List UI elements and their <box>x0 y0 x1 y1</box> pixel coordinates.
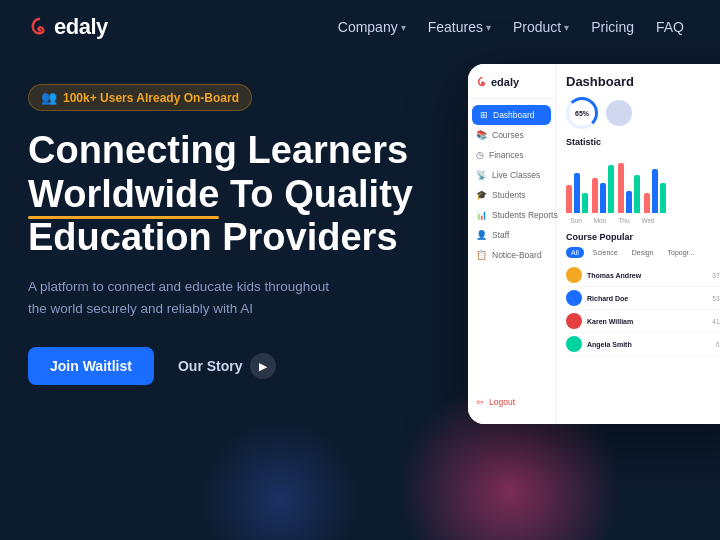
nav-company[interactable]: Company ▾ <box>330 15 414 39</box>
nav-product[interactable]: Product ▾ <box>505 15 577 39</box>
avatar <box>566 336 582 352</box>
hero-title-highlight: Worldwide <box>28 173 219 217</box>
live-classes-icon: 📡 <box>476 170 487 180</box>
avatar <box>566 267 582 283</box>
student-name: Angela Smith <box>587 341 711 348</box>
sidebar-item-live-classes[interactable]: 📡 Live Classes <box>468 165 555 185</box>
bar <box>592 178 598 213</box>
table-row: Thomas Andrew3701+ Students <box>566 264 720 287</box>
course-popular-label: Course Popular <box>566 232 720 242</box>
presence-row: 65% <box>566 97 720 129</box>
hero-actions: Join Waitlist Our Story ▶ <box>28 347 448 385</box>
bar <box>600 183 606 213</box>
course-tab[interactable]: Design <box>627 247 659 258</box>
bar <box>582 193 588 213</box>
dash-logo-icon <box>476 76 488 88</box>
reports-icon: 📊 <box>476 210 487 220</box>
dashboard-sidebar: edaly ⊞ Dashboard 📚 Courses ◷ Finances 📡… <box>468 64 556 424</box>
join-waitlist-button[interactable]: Join Waitlist <box>28 347 154 385</box>
student-name: Thomas Andrew <box>587 272 707 279</box>
navbar: edaly Company ▾ Features ▾ Product ▾ Pri… <box>0 0 720 54</box>
chevron-down-icon: ▾ <box>401 22 406 33</box>
sidebar-item-students-reports[interactable]: 📊 Students Reports <box>468 205 555 225</box>
sidebar-item-courses[interactable]: 📚 Courses <box>468 125 555 145</box>
table-row: Karen William4120+ Students <box>566 310 720 333</box>
avatar <box>606 100 632 126</box>
nav-faq[interactable]: FAQ <box>648 15 692 39</box>
student-name: Richard Doe <box>587 295 707 302</box>
nav-links: Company ▾ Features ▾ Product ▾ Pricing F… <box>330 15 692 39</box>
bar <box>626 191 632 213</box>
bar <box>644 193 650 213</box>
finances-icon: ◷ <box>476 150 484 160</box>
student-count: 611+ Students <box>716 341 720 348</box>
bar-day-label: Sun <box>566 217 586 224</box>
notice-icon: 📋 <box>476 250 487 260</box>
presence-percentage: 65% <box>575 110 589 117</box>
play-icon: ▶ <box>250 353 276 379</box>
student-count: 5394+ Students <box>712 295 720 302</box>
students-icon: 🎓 <box>476 190 487 200</box>
course-tab[interactable]: Topogr... <box>662 247 699 258</box>
presence-circle: 65% <box>566 97 598 129</box>
logo[interactable]: edaly <box>28 14 108 40</box>
table-row: Angela Smith611+ Students <box>566 333 720 356</box>
bar <box>566 185 572 213</box>
logout-button[interactable]: ⇦ Logout <box>468 392 555 412</box>
bar-chart <box>566 153 720 213</box>
sidebar-item-finances[interactable]: ◷ Finances <box>468 145 555 165</box>
bar <box>608 165 614 213</box>
dash-logo: edaly <box>468 76 555 99</box>
bar-day-label: Mon <box>590 217 610 224</box>
our-story-button[interactable]: Our Story ▶ <box>178 353 276 379</box>
users-icon: 👥 <box>41 90 57 105</box>
chevron-down-icon: ▾ <box>564 22 569 33</box>
nav-features[interactable]: Features ▾ <box>420 15 499 39</box>
main-section: 👥 100k+ Users Already On-Board Connectin… <box>0 54 720 424</box>
courses-icon: 📚 <box>476 130 487 140</box>
dashboard-mockup: edaly ⊞ Dashboard 📚 Courses ◷ Finances 📡… <box>468 64 720 424</box>
bar <box>618 163 624 213</box>
staff-icon: 👤 <box>476 230 487 240</box>
bar-day-label: Thu <box>614 217 634 224</box>
sidebar-item-staff[interactable]: 👤 Staff <box>468 225 555 245</box>
dashboard-content: Dashboard 65% Statistic SunMonThuWed Cou… <box>556 64 720 424</box>
brand-name: edaly <box>54 14 108 40</box>
table-row: Richard Doe5394+ Students <box>566 287 720 310</box>
bar <box>652 169 658 213</box>
course-tab[interactable]: Science <box>588 247 623 258</box>
student-count: 3701+ Students <box>712 272 720 279</box>
hero-left: 👥 100k+ Users Already On-Board Connectin… <box>28 74 448 424</box>
bar-day-label: Wed <box>638 217 658 224</box>
bar <box>660 183 666 213</box>
avatar <box>566 313 582 329</box>
bar-group <box>618 163 640 213</box>
avatar <box>566 290 582 306</box>
course-tabs: AllScienceDesignTopogr... <box>566 247 720 258</box>
hero-title: Connecting Learners Worldwide To Quality… <box>28 129 448 260</box>
bar-group <box>592 165 614 213</box>
bar <box>634 175 640 213</box>
sidebar-item-notice-board[interactable]: 📋 Notice-Board <box>468 245 555 265</box>
course-tab[interactable]: All <box>566 247 584 258</box>
sidebar-item-dashboard[interactable]: ⊞ Dashboard <box>472 105 551 125</box>
bg-decoration-blue <box>200 420 360 540</box>
student-name: Karen William <box>587 318 707 325</box>
bar <box>574 173 580 213</box>
dashboard-icon: ⊞ <box>480 110 488 120</box>
logo-icon <box>28 16 50 38</box>
dash-brand-name: edaly <box>491 76 519 88</box>
sidebar-item-students[interactable]: 🎓 Students <box>468 185 555 205</box>
user-badge: 👥 100k+ Users Already On-Board <box>28 84 252 111</box>
bar-chart-labels: SunMonThuWed <box>566 217 720 224</box>
logout-icon: ⇦ <box>476 397 484 407</box>
hero-subtitle: A platform to connect and educate kids t… <box>28 276 348 319</box>
dashboard-title: Dashboard <box>566 74 720 89</box>
nav-pricing[interactable]: Pricing <box>583 15 642 39</box>
hero-right: edaly ⊞ Dashboard 📚 Courses ◷ Finances 📡… <box>448 64 720 424</box>
students-list: Thomas Andrew3701+ StudentsRichard Doe53… <box>566 264 720 356</box>
bar-group <box>566 173 588 213</box>
statistic-label: Statistic <box>566 137 720 147</box>
student-count: 4120+ Students <box>712 318 720 325</box>
bar-group <box>644 169 666 213</box>
